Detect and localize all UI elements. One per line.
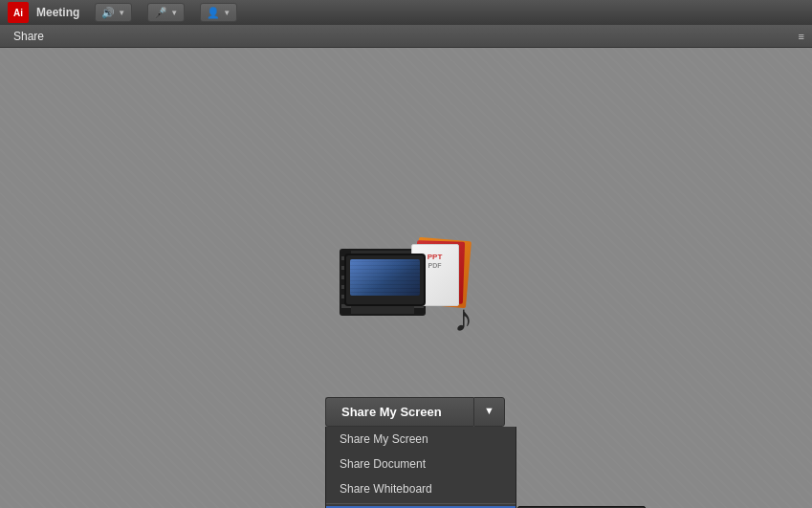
share-button-arrow[interactable]: ▼ [473,397,505,427]
audio-button[interactable]: 🔊 ▼ [95,3,132,22]
music-note-icon: ♪ [454,297,473,340]
dropdown-divider [326,503,516,504]
adobe-logo: Ai [8,2,29,23]
main-content: PPT PDF ♪ Share My Screen ▼ Share My Scr… [0,48,812,508]
people-button[interactable]: 👤 ▼ [200,3,237,22]
speaker-icon: 🔊 [101,7,115,19]
share-button-label: Share My Screen [325,397,473,427]
dropdown-options-list: Share My Screen Share Document Share Whi… [325,427,516,508]
share-whiteboard-option[interactable]: Share Whiteboard [326,476,516,501]
people-dropdown-arrow: ▼ [223,9,230,17]
mic-icon: 🎤 [154,7,167,19]
pdf-label: PDF [428,262,442,269]
audio-toolbar: 🔊 ▼ [95,3,132,22]
monitor-icon [344,254,426,306]
media-icon: PPT PDF ♪ [340,239,473,344]
people-icon: 👤 [207,7,220,19]
dropdown-menu: Share My Screen ▼ Share My Screen Share … [325,397,516,508]
share-my-screen-button[interactable]: Share My Screen ▼ [325,397,516,427]
share-menu-label[interactable]: Share [8,30,50,43]
mic-button[interactable]: 🎤 ▼ [147,3,185,22]
media-icon-wrapper: PPT PDF ♪ [340,239,473,344]
ppt-label: PPT [428,253,443,261]
share-my-screen-option[interactable]: Share My Screen [326,427,516,452]
monitor-pixels [350,259,420,296]
mic-dropdown-arrow: ▼ [170,9,178,17]
menu-bar: Share ≡ [0,25,812,48]
title-bar: Ai Meeting 🔊 ▼ 🎤 ▼ 👤 ▼ [0,0,812,25]
menu-options-button[interactable]: ≡ [799,31,804,42]
mic-toolbar: 🎤 ▼ [147,3,185,22]
audio-dropdown-arrow: ▼ [118,9,125,17]
meeting-label: Meeting [36,6,79,19]
monitor-screen [350,259,420,296]
people-toolbar: 👤 ▼ [200,3,237,22]
share-document-option[interactable]: Share Document [326,452,516,476]
